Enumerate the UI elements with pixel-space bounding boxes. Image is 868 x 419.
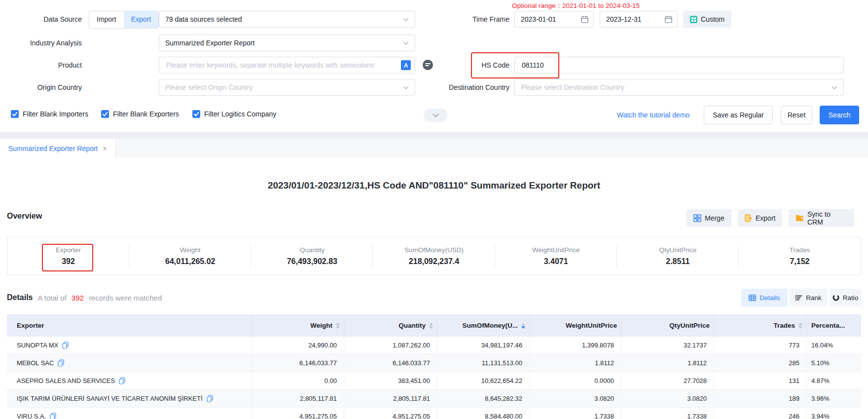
export-toggle[interactable]: Export (124, 11, 158, 28)
col-label: Exporter (17, 322, 44, 329)
exporter-name[interactable]: VIRU S.A. (17, 413, 46, 419)
cell-weight-unit-price: 1,399.8078 (530, 337, 621, 354)
export-file-icon (745, 214, 752, 222)
table-row: VIRU S.A. 4,951,275.05 4,951,275.05 8,58… (7, 408, 861, 419)
stat-label: Exporter (56, 246, 81, 254)
summary-suffix: records were matched (89, 294, 162, 302)
end-date-input[interactable]: 2023-12-31 (600, 11, 678, 28)
collapse-filters-button[interactable] (424, 109, 447, 122)
view-ratio-button[interactable]: Ratio (830, 289, 861, 306)
copy-icon[interactable] (207, 395, 213, 402)
tab-close-icon[interactable]: × (103, 144, 107, 152)
rank-icon (796, 295, 802, 301)
cell-weight-unit-price: 0.0000 (530, 372, 621, 389)
checkbox-label: Filter Blank Importers (23, 110, 88, 118)
cell-exporter: VIRU S.A. (7, 408, 253, 419)
time-frame-label: Time Frame (419, 10, 509, 28)
import-toggle[interactable]: Import (89, 11, 124, 28)
copy-icon[interactable] (62, 342, 69, 349)
col-header-sum-of-money[interactable]: SumOfMoney(U... (437, 314, 530, 337)
filter-panel: Optional range：2021-01-01 to 2024-03-15 … (0, 0, 868, 132)
translate-icon[interactable]: A (401, 60, 411, 70)
cell-trades: 773 (714, 337, 807, 354)
origin-country-dropdown[interactable]: Please select Origin Country (159, 79, 415, 96)
reset-button[interactable]: Reset (781, 106, 812, 124)
cell-exporter: SUNOPTA MX (7, 337, 253, 354)
start-date-input[interactable]: 2023-01-01 (514, 11, 594, 28)
export-button[interactable]: Export (738, 209, 782, 227)
calendar-icon (665, 15, 672, 23)
custom-icon (690, 16, 697, 23)
copy-icon[interactable] (119, 377, 125, 384)
report-title: 2023/01/01-2023/12/31,HS Code AND"081110… (0, 180, 868, 191)
stat-trades: Trades 7,152 (739, 237, 861, 275)
origin-country-label: Origin Country (0, 78, 82, 96)
cell-quantity: 4,951,275.05 (344, 408, 437, 419)
filter-logistics-company-checkbox[interactable]: Filter Logitics Company (192, 110, 276, 118)
data-source-segmented: Import Export (89, 11, 159, 29)
cell-exporter: ASEPRO SALES AND SERVICES (7, 372, 253, 389)
stat-exporter: Exporter 392 (7, 237, 129, 275)
cell-quantity: 6,146,033.77 (344, 354, 437, 372)
filter-blank-importers-checkbox[interactable]: Filter Blank Importers (11, 110, 88, 118)
sync-to-crm-button[interactable]: Sync to CRM (789, 209, 854, 227)
copy-icon[interactable] (50, 413, 56, 419)
industry-analysis-dropdown[interactable]: Summarized Exporter Report (159, 35, 415, 51)
table-row: ASEPRO SALES AND SERVICES 0.00 383,451.0… (7, 372, 861, 390)
cell-sum: 8,584,480.00 (437, 408, 530, 419)
view-rank-label: Rank (806, 294, 822, 302)
summary-prefix: A total of (37, 294, 66, 302)
table-header: Exporter Weight Quantity SumOfMoney(U...… (7, 314, 861, 337)
view-ratio-label: Ratio (843, 294, 859, 302)
filter-blank-exporters-checkbox[interactable]: Filter Blank Exporters (101, 110, 179, 118)
col-header-quantity[interactable]: Quantity (344, 314, 437, 337)
data-source-label: Data Source (0, 10, 82, 28)
destination-country-dropdown[interactable]: Please select Destination Country (514, 79, 844, 96)
col-header-weight[interactable]: Weight (253, 314, 344, 337)
cell-sum: 10,622,654.22 (437, 372, 530, 389)
product-input-wrap: A (159, 57, 415, 74)
cell-trades: 131 (714, 372, 807, 389)
exporter-name[interactable]: ASEPRO SALES AND SERVICES (17, 377, 115, 384)
cell-trades: 189 (714, 390, 807, 407)
table-row: SUNOPTA MX 24,990.00 1,087,262.00 34,981… (7, 337, 861, 354)
copy-icon[interactable] (58, 359, 64, 367)
checkbox-checked-icon (11, 110, 19, 118)
view-rank-button[interactable]: Rank (790, 289, 828, 306)
merge-label: Merge (705, 214, 724, 222)
tab-summarized-exporter-report[interactable]: Summarized Exporter Report × (0, 139, 115, 158)
exporter-name[interactable]: MEBOL SAC (17, 359, 54, 367)
cell-weight: 4,951,275.05 (253, 408, 344, 419)
filter-row-countries: Origin Country Please select Origin Coun… (0, 78, 868, 96)
merge-button[interactable]: Merge (687, 209, 731, 227)
sort-icon (336, 323, 340, 329)
col-header-trades[interactable]: Trades (714, 314, 807, 337)
save-as-regular-button[interactable]: Save as Regular (704, 106, 773, 124)
tab-bar: Summarized Exporter Report × (0, 132, 868, 158)
search-button[interactable]: Search (820, 106, 859, 124)
product-label: Product (0, 56, 82, 74)
sort-icon (798, 323, 802, 329)
cell-percentage: 3.96% (807, 390, 861, 407)
export-label: Export (756, 214, 775, 222)
custom-range-button[interactable]: Custom (683, 11, 731, 28)
industry-analysis-label: Industry Analysis (0, 34, 82, 52)
cell-qty-unit-price: 27.7028 (621, 372, 714, 389)
col-header-qty-unit-price: QtyUnitPrice (621, 314, 714, 337)
col-label: Trades (773, 322, 795, 329)
tutorial-link[interactable]: Watch the tutorial demo (617, 105, 689, 125)
exporter-name[interactable]: IŞIK TARIM ÜRÜNLERİ SANAYİ VE TİCARET AN… (17, 395, 203, 402)
tab-bar-rest (115, 139, 868, 158)
stat-sum-of-money: SumOfMoney(USD) 218,092,237.4 (373, 237, 495, 275)
stat-value: 392 (62, 257, 75, 266)
view-details-button[interactable]: Details (741, 289, 788, 306)
col-label: Percenta... (811, 322, 845, 329)
stat-label: SumOfMoney(USD) (404, 246, 464, 254)
cell-qty-unit-price: 1.7338 (621, 408, 714, 419)
stat-value: 218,092,237.4 (409, 257, 459, 266)
checkbox-checked-icon (101, 110, 109, 118)
data-sources-dropdown[interactable]: 79 data sources selected (159, 11, 415, 28)
product-keywords-input[interactable] (165, 61, 401, 70)
hs-code-input[interactable] (521, 61, 837, 70)
exporter-name[interactable]: SUNOPTA MX (17, 342, 58, 349)
